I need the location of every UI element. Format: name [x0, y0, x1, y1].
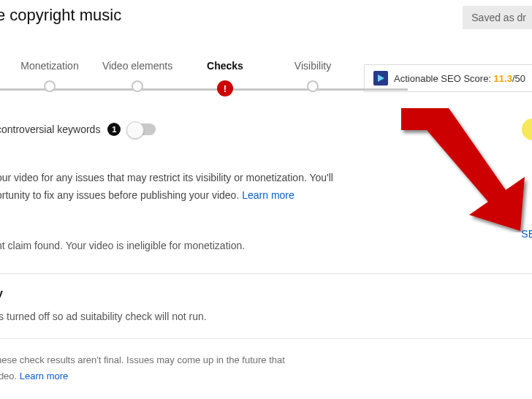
step-video-elements[interactable]: Video elements — [94, 60, 181, 92]
seo-score-value: 11.3 — [494, 73, 512, 84]
step-dot-icon — [132, 80, 143, 92]
copyright-claim-text: ht claim found. Your video is ineligible… — [0, 240, 532, 251]
page-title: e copyright music — [0, 6, 121, 25]
keywords-toggle[interactable] — [128, 123, 156, 135]
seo-label: Actionable SEO Score: — [394, 73, 494, 84]
divider — [0, 338, 532, 339]
disclaimer-text: nese check results aren't final. Issues … — [0, 352, 347, 384]
keywords-label: controversial keywords — [0, 123, 100, 135]
alert-icon — [217, 80, 233, 96]
seo-play-icon — [373, 71, 388, 86]
upload-stepper: Monetization Video elements Checks Visib… — [0, 60, 364, 96]
learn-more-link[interactable]: Learn more — [242, 189, 294, 201]
step-checks[interactable]: Checks — [181, 60, 269, 96]
step-label: Visibility — [294, 60, 331, 72]
divider — [0, 273, 532, 274]
saved-status-pill: Saved as dr — [463, 6, 532, 29]
seo-score-total: /50 — [512, 73, 525, 84]
step-label: Monetization — [20, 60, 78, 72]
annotation-arrow-icon — [361, 101, 532, 232]
ad-suitability-heading: y — [0, 287, 532, 300]
step-label: Video elements — [102, 60, 172, 72]
see-details-link[interactable]: SE — [521, 228, 532, 240]
step-dot-icon — [307, 80, 319, 92]
ad-suitability-text: is turned off so ad suitability check wi… — [0, 311, 532, 322]
decorative-blob — [522, 118, 532, 140]
checks-description: our video for any issues that may restri… — [0, 170, 391, 205]
step-visibility[interactable]: Visibility — [269, 60, 357, 92]
step-monetization[interactable]: Monetization — [6, 60, 94, 92]
learn-more-link[interactable]: Learn more — [20, 370, 68, 381]
step-label: Checks — [207, 60, 243, 72]
step-dot-icon — [44, 80, 56, 92]
controversial-keywords-row: controversial keywords 1 — [0, 123, 532, 136]
keywords-count-badge: 1 — [107, 123, 121, 136]
